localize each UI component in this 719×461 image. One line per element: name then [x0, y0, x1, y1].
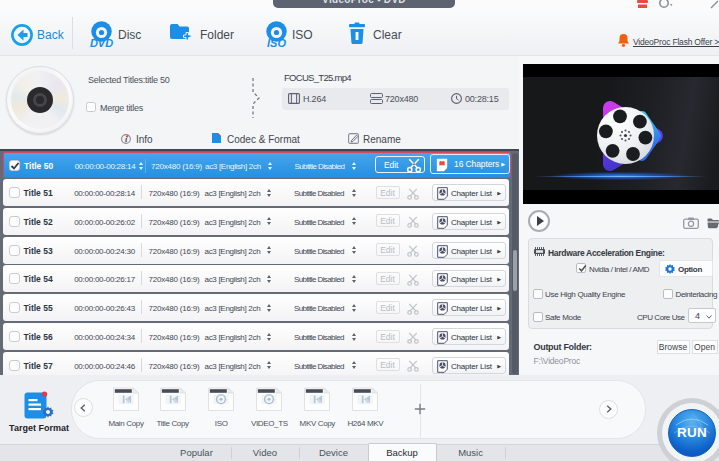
svg-text:ISO: ISO	[267, 37, 286, 48]
svg-text:DVD: DVD	[90, 37, 113, 48]
